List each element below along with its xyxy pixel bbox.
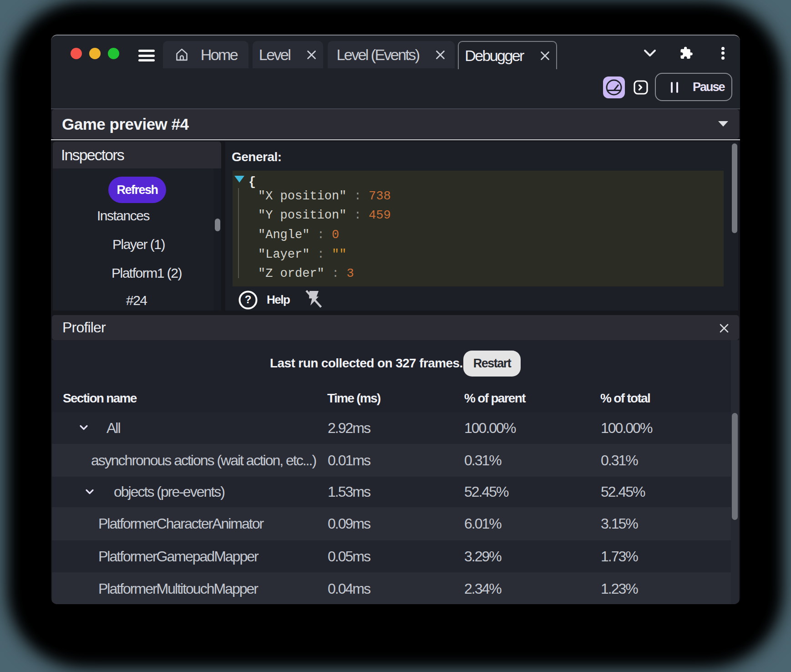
svg-text:?: ? bbox=[245, 293, 252, 305]
